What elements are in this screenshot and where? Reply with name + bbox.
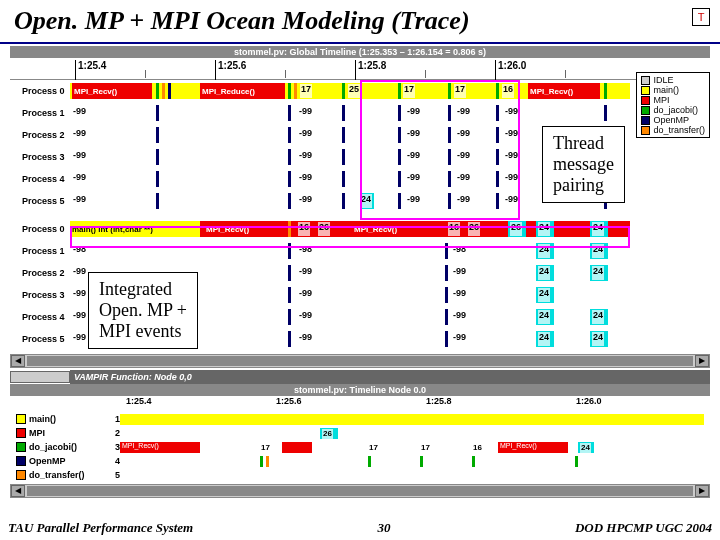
timeline-track[interactable]: -98-98-982424 [70, 243, 630, 259]
lane-label: Process 3 [10, 290, 70, 300]
node-legend-name: do_transfer() [26, 470, 106, 480]
num-label: 16 [472, 443, 483, 457]
scroll-left-button[interactable]: ◀ [11, 485, 25, 497]
num-label: 24 [592, 244, 604, 258]
stripe [368, 456, 371, 467]
node-track[interactable] [120, 456, 704, 467]
stripe [445, 265, 448, 281]
slide-title: Open. MP + MPI Ocean Modeling (Trace) [0, 0, 720, 44]
time-axis: 1:25.4 1:25.6 1:25.8 1:26.0 [10, 58, 710, 80]
node-track[interactable]: MPI_Recv()17171716MPI_Recv()24 [120, 442, 704, 453]
seg [282, 442, 312, 453]
scroll-thumb[interactable] [27, 486, 693, 496]
stripe [294, 83, 297, 99]
bar-mpi-recv: MPI_Recv() [120, 442, 200, 453]
num-label: 17 [300, 84, 312, 98]
lane-process-0: Process 0 main() int (int,char **) MPI_R… [10, 218, 710, 240]
num-label: -99 [72, 310, 87, 324]
stripe [156, 127, 159, 143]
num-label: 26 [468, 222, 480, 236]
num-label: -98 [298, 244, 313, 258]
stripe [342, 193, 345, 209]
bar-mpi-recv: MPI_Recv() [498, 442, 568, 453]
num-label: 24 [538, 310, 550, 324]
num-label: -99 [298, 150, 313, 164]
num-label: -99 [298, 172, 313, 186]
timeline-track[interactable]: main() int (int,char **) MPI_Recv() 16 2… [70, 221, 630, 237]
stripe [288, 105, 291, 121]
node-tick: 1:25.8 [426, 396, 452, 406]
stripe [342, 171, 345, 187]
node-track[interactable] [120, 470, 704, 481]
num-label: -99 [456, 150, 471, 164]
num-label: -99 [298, 288, 313, 302]
node-track[interactable]: 26 [120, 428, 704, 439]
num-label: -99 [504, 106, 519, 120]
lane-label: Process 4 [10, 312, 70, 322]
node-track[interactable] [120, 414, 704, 425]
timeline-track[interactable]: MPI_Recv() MPI_Reduce() 17 25 17 17 16 M… [70, 83, 630, 99]
stripe [156, 105, 159, 121]
node-legend-num: 2 [106, 428, 120, 438]
num-label: -99 [298, 310, 313, 324]
stripe [575, 456, 578, 467]
lane-process-0: Process 0 MPI_Recv() MPI_Reduce() 17 25 … [10, 80, 710, 102]
stripe [448, 193, 451, 209]
node-tick: 1:25.4 [126, 396, 152, 406]
node-legend-name: OpenMP [26, 456, 106, 466]
num-label: -99 [72, 266, 87, 280]
stripe [288, 309, 291, 325]
scroll-left-button[interactable]: ◀ [11, 355, 25, 367]
stripe [398, 127, 401, 143]
num-label: 17 [403, 84, 415, 98]
stripe [445, 309, 448, 325]
num-label: 24 [538, 222, 550, 236]
lane-label: Process 5 [10, 196, 70, 206]
time-tick: 1:26.0 [495, 60, 526, 80]
num-label: -99 [452, 332, 467, 346]
lane-label: Process 1 [10, 108, 70, 118]
scroll-right-button[interactable]: ▶ [695, 355, 709, 367]
num-label: -98 [72, 244, 87, 258]
stripe [448, 149, 451, 165]
num-label: 24 [592, 266, 604, 280]
node-legend-num: 3 [106, 442, 120, 452]
lane-label: Process 5 [10, 334, 70, 344]
num-label: -99 [72, 150, 87, 164]
seg [120, 414, 704, 425]
node-timeline-title: stommel.pv: Timeline Node 0.0 [10, 384, 710, 396]
lane-label: Process 4 [10, 174, 70, 184]
num-label: -99 [504, 172, 519, 186]
stripe [266, 456, 269, 467]
num-label: 24 [538, 244, 550, 258]
num-label: -99 [72, 128, 87, 142]
num-label: 16 [448, 222, 460, 236]
num-label: -99 [298, 106, 313, 120]
stripe [445, 243, 448, 259]
scroll-thumb[interactable] [27, 356, 693, 366]
stripe [288, 171, 291, 187]
stripe [448, 105, 451, 121]
scrollbar-horizontal[interactable]: ◀ ▶ [10, 484, 710, 498]
stripe [496, 83, 499, 99]
node-swatch [16, 428, 26, 438]
bar-mpi-recv: MPI_Recv() [72, 83, 152, 99]
node-legend-num: 4 [106, 456, 120, 466]
timeline-track[interactable]: -99-99-99-99-99 [70, 105, 630, 121]
num-label: -99 [504, 194, 519, 208]
stripe [420, 456, 423, 467]
num-label: 24 [580, 443, 591, 457]
scroll-right-button[interactable]: ▶ [695, 485, 709, 497]
lane-process-1: Process 1-98-98-982424 [10, 240, 710, 262]
node-tick: 1:25.6 [276, 396, 302, 406]
stripe [288, 127, 291, 143]
num-label: 26 [318, 222, 330, 236]
lane-label: Process 0 [10, 224, 70, 234]
stripe [260, 456, 263, 467]
stripe [288, 149, 291, 165]
num-label: 24 [538, 332, 550, 346]
num-label: 24 [592, 310, 604, 324]
stripe [162, 83, 165, 99]
scrollbar-horizontal[interactable]: ◀ ▶ [10, 354, 710, 368]
node-legend-num: 1 [106, 414, 120, 424]
